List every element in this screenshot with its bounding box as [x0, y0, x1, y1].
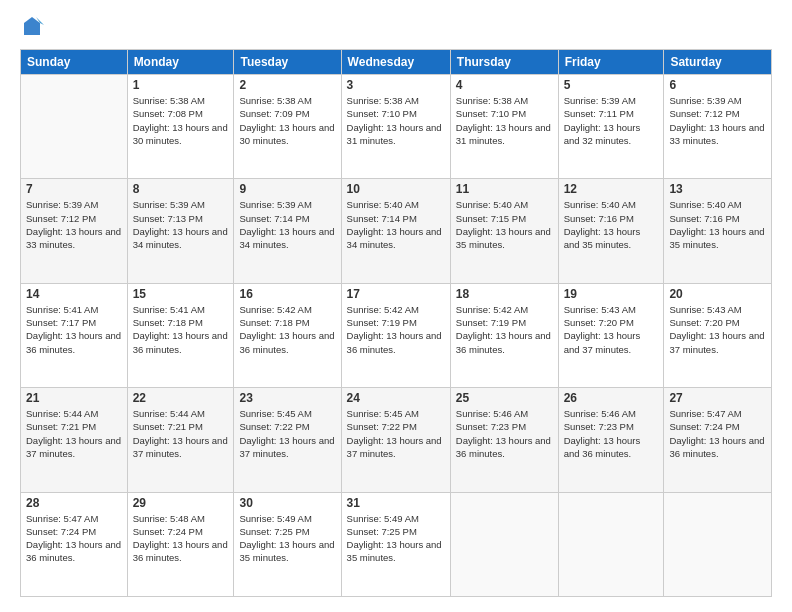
- logo-icon: [20, 15, 44, 39]
- day-number: 12: [564, 182, 659, 196]
- day-number: 10: [347, 182, 445, 196]
- calendar-cell: 5Sunrise: 5:39 AM Sunset: 7:11 PM Daylig…: [558, 75, 664, 179]
- day-number: 5: [564, 78, 659, 92]
- day-number: 29: [133, 496, 229, 510]
- day-info: Sunrise: 5:38 AM Sunset: 7:10 PM Dayligh…: [456, 94, 553, 147]
- calendar-cell: 24Sunrise: 5:45 AM Sunset: 7:22 PM Dayli…: [341, 388, 450, 492]
- calendar-cell: 2Sunrise: 5:38 AM Sunset: 7:09 PM Daylig…: [234, 75, 341, 179]
- calendar-cell: 30Sunrise: 5:49 AM Sunset: 7:25 PM Dayli…: [234, 492, 341, 596]
- day-info: Sunrise: 5:48 AM Sunset: 7:24 PM Dayligh…: [133, 512, 229, 565]
- calendar-cell: [21, 75, 128, 179]
- day-info: Sunrise: 5:39 AM Sunset: 7:12 PM Dayligh…: [669, 94, 766, 147]
- day-info: Sunrise: 5:40 AM Sunset: 7:16 PM Dayligh…: [564, 198, 659, 251]
- day-number: 1: [133, 78, 229, 92]
- day-info: Sunrise: 5:39 AM Sunset: 7:11 PM Dayligh…: [564, 94, 659, 147]
- day-info: Sunrise: 5:46 AM Sunset: 7:23 PM Dayligh…: [564, 407, 659, 460]
- calendar-cell: 27Sunrise: 5:47 AM Sunset: 7:24 PM Dayli…: [664, 388, 772, 492]
- weekday-header-sunday: Sunday: [21, 50, 128, 75]
- day-info: Sunrise: 5:45 AM Sunset: 7:22 PM Dayligh…: [347, 407, 445, 460]
- logo: [20, 15, 48, 39]
- day-number: 17: [347, 287, 445, 301]
- weekday-header-monday: Monday: [127, 50, 234, 75]
- calendar-cell: [558, 492, 664, 596]
- calendar-cell: 22Sunrise: 5:44 AM Sunset: 7:21 PM Dayli…: [127, 388, 234, 492]
- day-info: Sunrise: 5:42 AM Sunset: 7:18 PM Dayligh…: [239, 303, 335, 356]
- weekday-header-friday: Friday: [558, 50, 664, 75]
- calendar-week-row: 7Sunrise: 5:39 AM Sunset: 7:12 PM Daylig…: [21, 179, 772, 283]
- calendar-cell: 18Sunrise: 5:42 AM Sunset: 7:19 PM Dayli…: [450, 283, 558, 387]
- weekday-header-row: SundayMondayTuesdayWednesdayThursdayFrid…: [21, 50, 772, 75]
- calendar-cell: 7Sunrise: 5:39 AM Sunset: 7:12 PM Daylig…: [21, 179, 128, 283]
- day-info: Sunrise: 5:47 AM Sunset: 7:24 PM Dayligh…: [669, 407, 766, 460]
- header: [20, 15, 772, 39]
- weekday-header-thursday: Thursday: [450, 50, 558, 75]
- day-info: Sunrise: 5:38 AM Sunset: 7:10 PM Dayligh…: [347, 94, 445, 147]
- weekday-header-wednesday: Wednesday: [341, 50, 450, 75]
- day-number: 18: [456, 287, 553, 301]
- calendar-cell: 20Sunrise: 5:43 AM Sunset: 7:20 PM Dayli…: [664, 283, 772, 387]
- calendar-week-row: 28Sunrise: 5:47 AM Sunset: 7:24 PM Dayli…: [21, 492, 772, 596]
- day-number: 20: [669, 287, 766, 301]
- calendar-cell: [664, 492, 772, 596]
- calendar-cell: 23Sunrise: 5:45 AM Sunset: 7:22 PM Dayli…: [234, 388, 341, 492]
- day-number: 2: [239, 78, 335, 92]
- calendar-cell: 9Sunrise: 5:39 AM Sunset: 7:14 PM Daylig…: [234, 179, 341, 283]
- day-info: Sunrise: 5:42 AM Sunset: 7:19 PM Dayligh…: [456, 303, 553, 356]
- day-number: 19: [564, 287, 659, 301]
- day-number: 26: [564, 391, 659, 405]
- day-info: Sunrise: 5:44 AM Sunset: 7:21 PM Dayligh…: [133, 407, 229, 460]
- day-info: Sunrise: 5:40 AM Sunset: 7:16 PM Dayligh…: [669, 198, 766, 251]
- calendar-cell: 15Sunrise: 5:41 AM Sunset: 7:18 PM Dayli…: [127, 283, 234, 387]
- day-info: Sunrise: 5:41 AM Sunset: 7:17 PM Dayligh…: [26, 303, 122, 356]
- calendar-table: SundayMondayTuesdayWednesdayThursdayFrid…: [20, 49, 772, 597]
- day-number: 23: [239, 391, 335, 405]
- weekday-header-saturday: Saturday: [664, 50, 772, 75]
- page: SundayMondayTuesdayWednesdayThursdayFrid…: [0, 0, 792, 612]
- calendar-cell: 19Sunrise: 5:43 AM Sunset: 7:20 PM Dayli…: [558, 283, 664, 387]
- day-info: Sunrise: 5:43 AM Sunset: 7:20 PM Dayligh…: [564, 303, 659, 356]
- day-info: Sunrise: 5:47 AM Sunset: 7:24 PM Dayligh…: [26, 512, 122, 565]
- day-number: 13: [669, 182, 766, 196]
- calendar-cell: 14Sunrise: 5:41 AM Sunset: 7:17 PM Dayli…: [21, 283, 128, 387]
- day-number: 9: [239, 182, 335, 196]
- day-info: Sunrise: 5:49 AM Sunset: 7:25 PM Dayligh…: [239, 512, 335, 565]
- day-number: 7: [26, 182, 122, 196]
- day-info: Sunrise: 5:46 AM Sunset: 7:23 PM Dayligh…: [456, 407, 553, 460]
- day-info: Sunrise: 5:39 AM Sunset: 7:13 PM Dayligh…: [133, 198, 229, 251]
- day-info: Sunrise: 5:45 AM Sunset: 7:22 PM Dayligh…: [239, 407, 335, 460]
- weekday-header-tuesday: Tuesday: [234, 50, 341, 75]
- day-number: 15: [133, 287, 229, 301]
- calendar-cell: 13Sunrise: 5:40 AM Sunset: 7:16 PM Dayli…: [664, 179, 772, 283]
- day-number: 3: [347, 78, 445, 92]
- calendar-cell: 26Sunrise: 5:46 AM Sunset: 7:23 PM Dayli…: [558, 388, 664, 492]
- calendar-cell: 6Sunrise: 5:39 AM Sunset: 7:12 PM Daylig…: [664, 75, 772, 179]
- day-number: 16: [239, 287, 335, 301]
- calendar-week-row: 14Sunrise: 5:41 AM Sunset: 7:17 PM Dayli…: [21, 283, 772, 387]
- calendar-cell: 21Sunrise: 5:44 AM Sunset: 7:21 PM Dayli…: [21, 388, 128, 492]
- calendar-cell: 17Sunrise: 5:42 AM Sunset: 7:19 PM Dayli…: [341, 283, 450, 387]
- day-number: 11: [456, 182, 553, 196]
- svg-marker-0: [24, 17, 40, 35]
- day-number: 24: [347, 391, 445, 405]
- calendar-cell: 25Sunrise: 5:46 AM Sunset: 7:23 PM Dayli…: [450, 388, 558, 492]
- day-info: Sunrise: 5:39 AM Sunset: 7:14 PM Dayligh…: [239, 198, 335, 251]
- day-number: 22: [133, 391, 229, 405]
- day-number: 4: [456, 78, 553, 92]
- day-info: Sunrise: 5:39 AM Sunset: 7:12 PM Dayligh…: [26, 198, 122, 251]
- day-number: 6: [669, 78, 766, 92]
- day-number: 25: [456, 391, 553, 405]
- calendar-cell: 12Sunrise: 5:40 AM Sunset: 7:16 PM Dayli…: [558, 179, 664, 283]
- day-info: Sunrise: 5:43 AM Sunset: 7:20 PM Dayligh…: [669, 303, 766, 356]
- day-number: 8: [133, 182, 229, 196]
- calendar-cell: 29Sunrise: 5:48 AM Sunset: 7:24 PM Dayli…: [127, 492, 234, 596]
- day-info: Sunrise: 5:38 AM Sunset: 7:08 PM Dayligh…: [133, 94, 229, 147]
- calendar-week-row: 1Sunrise: 5:38 AM Sunset: 7:08 PM Daylig…: [21, 75, 772, 179]
- day-number: 30: [239, 496, 335, 510]
- calendar-cell: 11Sunrise: 5:40 AM Sunset: 7:15 PM Dayli…: [450, 179, 558, 283]
- day-info: Sunrise: 5:41 AM Sunset: 7:18 PM Dayligh…: [133, 303, 229, 356]
- calendar-cell: 1Sunrise: 5:38 AM Sunset: 7:08 PM Daylig…: [127, 75, 234, 179]
- calendar-cell: 28Sunrise: 5:47 AM Sunset: 7:24 PM Dayli…: [21, 492, 128, 596]
- day-number: 28: [26, 496, 122, 510]
- calendar-cell: 4Sunrise: 5:38 AM Sunset: 7:10 PM Daylig…: [450, 75, 558, 179]
- day-number: 14: [26, 287, 122, 301]
